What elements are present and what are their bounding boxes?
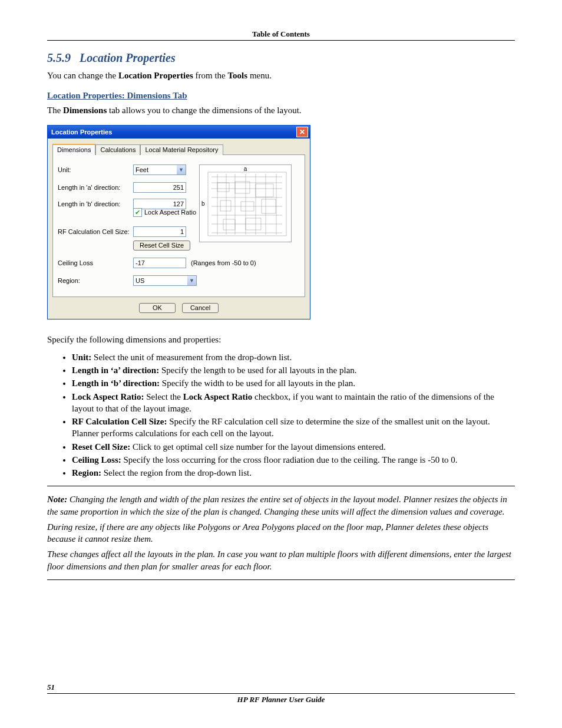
- text: Reset Cell Size:: [72, 442, 130, 452]
- reset-cell-size-button[interactable]: Reset Cell Size: [133, 241, 190, 251]
- intro-paragraph: You can change the Location Properties f…: [47, 70, 515, 81]
- tab-local-material-repository[interactable]: Local Material Repository: [140, 144, 223, 155]
- text: Dimensions: [63, 106, 107, 115]
- list-intro: Specify the following dimensions and pro…: [47, 334, 515, 345]
- region-select[interactable]: US ▼: [133, 275, 197, 286]
- list-item: Region: Select the region from the drop-…: [72, 467, 515, 479]
- ok-button[interactable]: OK: [139, 303, 176, 313]
- unit-value: Feet: [135, 166, 148, 173]
- svg-rect-3: [256, 184, 273, 197]
- ceiling-loss-value: -17: [135, 259, 145, 266]
- svg-rect-7: [223, 219, 235, 230]
- note-block: Note: Changing the length and width of t…: [47, 486, 515, 580]
- text: Location Properties: [118, 71, 193, 80]
- note-text: During resize, if there are any objects …: [47, 521, 515, 545]
- text: Unit:: [72, 353, 91, 362]
- rf-cell-size-label: RF Calculation Cell Size:: [58, 228, 133, 235]
- note-label: Note:: [47, 495, 67, 504]
- text: tab allows you to change the dimensions …: [107, 106, 301, 115]
- page-number: 51: [47, 683, 515, 694]
- text: Length in ‘a’ direction:: [72, 365, 159, 375]
- location-properties-dialog: Location Properties ✕ Dimensions Calcula…: [47, 125, 310, 319]
- text: You can change the: [47, 71, 118, 80]
- text: Specify the length to be used for all la…: [159, 365, 356, 375]
- list-item: RF Calculation Cell Size: Specify the RF…: [72, 416, 515, 440]
- region-label: Region:: [58, 277, 133, 284]
- text: Specify the loss occurring for the cross…: [121, 455, 458, 465]
- text: Tools: [227, 71, 247, 80]
- footer-guide-title: HP RF Planner User Guide: [47, 695, 515, 704]
- subsection-paragraph: The Dimensions tab allows you to change …: [47, 104, 515, 116]
- running-header: Table of Contents: [47, 29, 515, 41]
- list-item: Ceiling Loss: Specify the loss occurring…: [72, 454, 515, 466]
- text: Specify the width to be used for all lay…: [160, 378, 355, 388]
- text: Click to get optimal cell size number fo…: [130, 442, 386, 452]
- ceiling-loss-input[interactable]: -17: [133, 258, 186, 268]
- length-a-input[interactable]: 251: [133, 182, 186, 193]
- dialog-titlebar[interactable]: Location Properties ✕: [48, 126, 310, 139]
- text: Lock Aspect Ratio: [183, 392, 253, 401]
- rf-cell-size-input[interactable]: 1: [133, 226, 186, 237]
- unit-label: Unit:: [58, 166, 133, 173]
- subsection-heading: Location Properties: Dimensions Tab: [47, 91, 515, 101]
- chevron-down-icon: ▼: [187, 276, 196, 285]
- list-item: Lock Aspect Ratio: Select the Lock Aspec…: [72, 391, 515, 415]
- svg-rect-0: [208, 172, 286, 236]
- list-item: Length in ‘b’ direction: Specify the wid…: [72, 377, 515, 389]
- cancel-button[interactable]: Cancel: [182, 303, 219, 313]
- text: The: [47, 106, 63, 115]
- ceiling-loss-label: Ceiling Loss: [58, 259, 133, 266]
- note-text: These changes affect all the layouts in …: [47, 548, 515, 572]
- length-b-label: Length in 'b' direction:: [58, 200, 133, 207]
- tabstrip: Dimensions Calculations Local Material R…: [52, 143, 305, 155]
- text: from the: [193, 71, 228, 80]
- text: Select the unit of measurement from the …: [91, 353, 292, 362]
- text: Region:: [72, 468, 101, 477]
- lock-aspect-ratio-label: Lock Aspect Ratio: [144, 209, 196, 216]
- tab-dimensions[interactable]: Dimensions: [52, 144, 95, 155]
- text: menu.: [247, 71, 272, 80]
- close-icon[interactable]: ✕: [296, 127, 308, 137]
- length-b-value: 127: [173, 200, 184, 207]
- text: Ceiling Loss:: [72, 455, 121, 465]
- list-item: Length in ‘a’ direction: Specify the len…: [72, 364, 515, 376]
- section-heading: 5.5.9 Location Properties: [47, 51, 515, 65]
- text: Lock Aspect Ratio:: [72, 392, 144, 401]
- chevron-down-icon: ▼: [177, 165, 186, 174]
- ceiling-loss-range: (Ranges from -50 to 0): [191, 259, 256, 266]
- list-item: Unit: Select the unit of measurement fro…: [72, 351, 515, 363]
- layout-preview: a b: [199, 164, 292, 242]
- property-list: Unit: Select the unit of measurement fro…: [72, 351, 515, 479]
- text: Select the: [144, 392, 183, 401]
- tab-calculations[interactable]: Calculations: [95, 144, 140, 155]
- svg-rect-1: [217, 183, 229, 192]
- unit-select[interactable]: Feet ▼: [133, 164, 186, 175]
- lock-aspect-ratio-checkbox[interactable]: ✔: [133, 208, 142, 217]
- length-a-label: Length in 'a' direction:: [58, 184, 133, 191]
- text: Length in ‘b’ direction:: [72, 378, 160, 388]
- section-number: 5.5.9: [47, 51, 71, 64]
- dialog-title: Location Properties: [51, 129, 112, 136]
- length-a-value: 251: [173, 184, 184, 191]
- region-value: US: [135, 277, 144, 284]
- rf-cell-size-value: 1: [180, 228, 184, 235]
- svg-rect-2: [235, 182, 250, 193]
- text: RF Calculation Cell Size:: [72, 417, 167, 426]
- svg-rect-4: [220, 200, 231, 211]
- note-text: Changing the length and width of the pla…: [47, 495, 507, 516]
- list-item: Reset Cell Size: Click to get optimal ce…: [72, 441, 515, 453]
- text: Select the region from the drop-down lis…: [101, 468, 252, 477]
- section-title-text: Location Properties: [80, 51, 176, 64]
